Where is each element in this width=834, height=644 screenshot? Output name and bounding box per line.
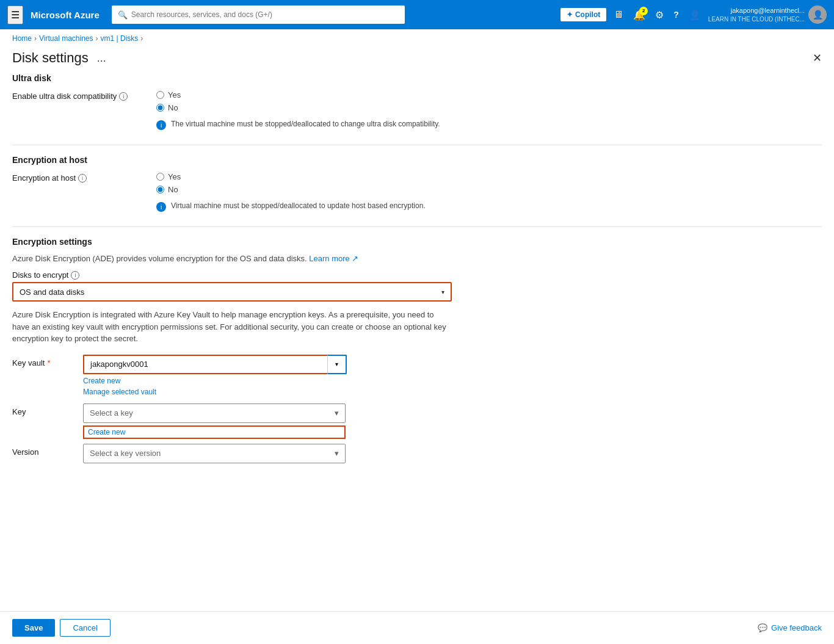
key-vault-dropdown-arrow: ▾ [335,361,338,367]
settings-button[interactable]: ⚙ [653,7,666,23]
encryption-host-row: Encryption at host i Yes No [12,172,822,212]
encryption-settings-section: Encryption settings Azure Disk Encryptio… [12,237,822,463]
encryption-host-no[interactable]: No [156,185,426,194]
version-placeholder: Select a key version [90,449,161,458]
key-vault-input[interactable] [83,355,327,374]
key-field-label: Key [12,403,73,416]
help-button[interactable]: ? [671,7,681,23]
topbar-right: ✦ Copilot 🖥 🔔 2 ⚙ ? 👤 jakapong@learninth… [560,5,827,24]
key-row: Key Select a key ▾ Create new [12,403,822,439]
disks-dropdown[interactable]: OS and data disks ▾ [12,282,452,302]
monitor-icon: 🖥 [614,9,623,20]
key-vault-dropdown-button[interactable]: ▾ [327,355,347,374]
page-header: Disk settings ... ✕ [0,48,834,73]
search-icon: 🔍 [118,10,128,20]
encryption-host-title: Encryption at host [12,155,822,165]
version-dropdown-arrow: ▾ [335,449,339,458]
ultra-disk-label: Enable ultra disk compatibility i [12,90,147,101]
key-create-new-link[interactable]: Create new [83,425,346,439]
key-placeholder: Select a key [90,408,133,418]
divider-1 [12,145,822,145]
copilot-icon: ✦ [567,10,573,19]
avatar: 👤 [808,5,827,24]
person-icon: 👤 [689,10,701,20]
monitor-button[interactable]: 🖥 [611,7,626,23]
disks-dropdown-arrow: ▾ [441,289,444,295]
ultra-disk-radio-group: Yes No [156,90,440,112]
search-input[interactable] [131,10,399,19]
feedback-icon: 💬 [758,623,767,632]
key-vault-row: Key vault * ▾ Create new Manage selected… [12,355,822,396]
save-button[interactable]: Save [12,619,55,637]
account-button[interactable]: 👤 [686,7,703,23]
encryption-host-notice-icon: i [156,202,166,212]
page-title: Disk settings [12,50,89,66]
key-dropdown-arrow: ▾ [335,408,339,418]
content-area: Ultra disk Enable ultra disk compatibili… [0,73,834,611]
encryption-host-label: Encryption at host i [12,172,147,183]
topbar: ☰ Microsoft Azure 🔍 ✦ Copilot 🖥 🔔 2 ⚙ ? … [0,0,834,29]
breadcrumb-sep-3: › [140,34,143,43]
search-bar: 🔍 [112,5,405,24]
ultra-disk-notice: i The virtual machine must be stopped/de… [156,120,440,130]
hamburger-button[interactable]: ☰ [7,5,23,24]
breadcrumb-vm-disks[interactable]: vm1 | Disks [101,34,139,43]
cancel-button[interactable]: Cancel [60,619,110,637]
gear-icon: ⚙ [655,10,664,20]
breadcrumb-home[interactable]: Home [12,34,32,43]
user-sub: LEARN IN THE CLOUD (INTHEC... [708,15,805,23]
encryption-settings-title: Encryption settings [12,237,822,247]
encryption-host-notice: i Virtual machine must be stopped/deallo… [156,201,426,212]
ultra-disk-notice-icon: i [156,120,166,130]
encryption-host-radio-group: Yes No [156,172,426,194]
close-button[interactable]: ✕ [813,51,822,65]
ultra-disk-row: Enable ultra disk compatibility i Yes No [12,90,822,130]
disks-value: OS and data disks [20,288,84,297]
encryption-host-yes[interactable]: Yes [156,172,426,181]
divider-2 [12,226,822,227]
key-select-dropdown[interactable]: Select a key ▾ [83,403,346,423]
question-icon: ? [673,10,679,20]
encryption-host-section: Encryption at host Encryption at host i … [12,155,822,212]
breadcrumb-vms[interactable]: Virtual machines [39,34,93,43]
more-options-button[interactable]: ... [93,51,110,66]
breadcrumb-sep-1: › [34,34,37,43]
required-star: * [47,358,50,367]
ultra-disk-yes[interactable]: Yes [156,90,440,99]
ultra-disk-info-icon[interactable]: i [119,92,128,101]
user-name: jakapong@learninthecl... [708,6,805,15]
encryption-description: Azure Disk Encryption (ADE) provides vol… [12,254,452,263]
disks-label: Disks to encrypt i [12,270,822,280]
version-field-label: Version [12,444,73,457]
ultra-disk-no[interactable]: No [156,103,440,112]
notification-count: 2 [639,7,648,15]
disks-to-encrypt-row: Disks to encrypt i OS and data disks ▾ [12,270,822,302]
kv-manage-link[interactable]: Manage selected vault [83,388,347,396]
breadcrumb-sep-2: › [96,34,98,43]
user-area[interactable]: jakapong@learninthecl... LEARN IN THE CL… [708,5,827,24]
breadcrumb: Home › Virtual machines › vm1 | Disks › [0,29,834,48]
ultra-disk-title: Ultra disk [12,73,822,83]
key-vault-field-label: Key vault * [12,355,73,367]
desc-block: Azure Disk Encryption is integrated with… [12,309,452,345]
encryption-host-info-icon[interactable]: i [78,174,87,183]
feedback-area[interactable]: 💬 Give feedback [758,623,822,632]
ultra-disk-section: Ultra disk Enable ultra disk compatibili… [12,73,822,130]
feedback-text: Give feedback [771,623,822,632]
notifications-button[interactable]: 🔔 2 [631,7,648,23]
bottom-bar: Save Cancel 💬 Give feedback [0,611,834,644]
copilot-button[interactable]: ✦ Copilot [560,8,606,21]
main-wrapper: Home › Virtual machines › vm1 | Disks › … [0,29,834,644]
version-select-dropdown[interactable]: Select a key version ▾ [83,444,346,463]
brand-name: Microsoft Azure [31,10,100,20]
learn-more-link[interactable]: Learn more ↗ [309,254,358,263]
external-link-icon: ↗ [352,254,358,263]
disks-info-icon[interactable]: i [71,271,79,280]
bottom-left: Save Cancel [12,619,111,637]
version-row: Version Select a key version ▾ [12,444,822,463]
kv-create-new-link[interactable]: Create new [83,377,347,385]
